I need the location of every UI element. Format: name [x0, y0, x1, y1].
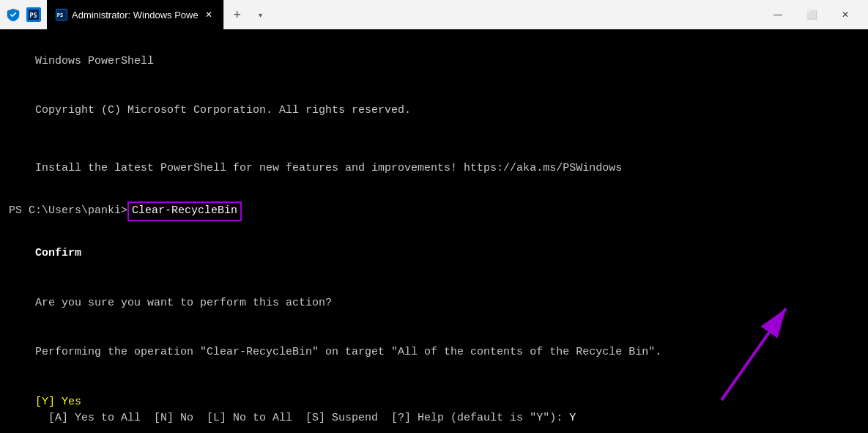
tab-powershell-icon: PS — [56, 9, 67, 21]
powershell-title: Windows PowerShell — [35, 55, 154, 67]
confirm-header: Confirm — [9, 229, 859, 279]
prompt-text: PS C:\Users\panki> — [9, 203, 127, 220]
confirm-operation: Performing the operation "Clear-RecycleB… — [9, 328, 859, 378]
uac-shield-icon — [6, 7, 21, 22]
yes-option: [Y] Yes — [35, 396, 81, 408]
terminal-line-2: Copyright (C) Microsoft Corporation. All… — [9, 86, 859, 136]
tab-powershell[interactable]: PS Administrator: Windows Powe ✕ — [47, 0, 224, 29]
terminal-line-3: Install the latest PowerShell for new fe… — [9, 144, 859, 193]
window-controls: — ⬜ ✕ — [761, 3, 862, 26]
terminal-window: Windows PowerShell Copyright (C) Microso… — [0, 29, 868, 433]
close-button[interactable]: ✕ — [828, 3, 862, 26]
command-line: PS C:\Users\panki> Clear-RecycleBin — [9, 201, 859, 221]
input-y: Y — [569, 412, 576, 424]
tab-close-button[interactable]: ✕ — [203, 9, 215, 21]
svg-text:PS: PS — [57, 12, 63, 18]
terminal-line-1: Windows PowerShell — [9, 37, 859, 86]
new-tab-button[interactable]: + — [224, 1, 251, 28]
command-text: Clear-RecycleBin — [127, 201, 242, 221]
titlebar: PS PS Administrator: Windows Powe ✕ + ▾ … — [0, 0, 868, 29]
confirm-options: [Y] Yes [A] Yes to All [N] No [L] No to … — [9, 377, 859, 433]
maximize-button[interactable]: ⬜ — [795, 3, 828, 26]
tab-dropdown-button[interactable]: ▾ — [251, 4, 271, 25]
copyright-line: Copyright (C) Microsoft Corporation. All… — [35, 104, 411, 116]
tab-area: PS Administrator: Windows Powe ✕ + ▾ — [47, 0, 755, 29]
confirm-question: Are you sure you want to perform this ac… — [9, 278, 859, 328]
powershell-icon: PS — [26, 7, 41, 22]
svg-text:PS: PS — [29, 12, 37, 19]
install-suggestion: Install the latest PowerShell for new fe… — [35, 162, 622, 174]
tab-label: Administrator: Windows Powe — [72, 10, 199, 21]
minimize-button[interactable]: — — [761, 3, 795, 26]
